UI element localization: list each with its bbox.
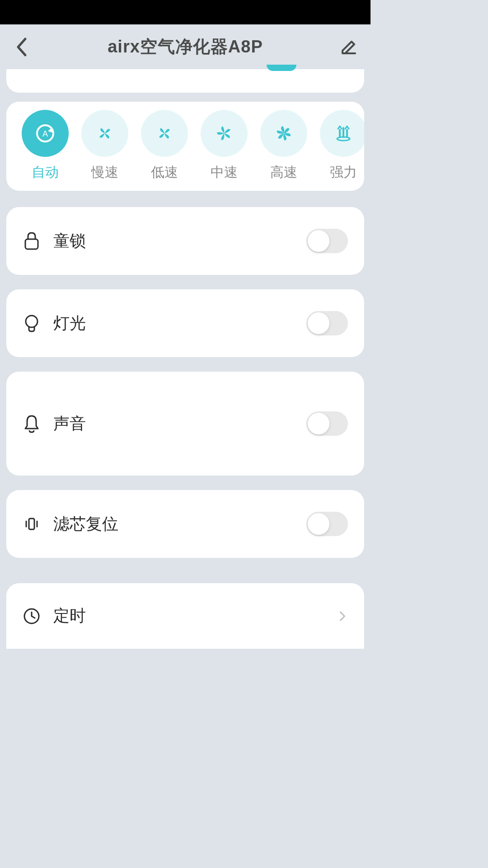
mode-label: 慢速 [91, 163, 118, 182]
filter-icon [23, 515, 41, 533]
modes-card: A 自动 慢速 低速 [6, 102, 364, 191]
light-toggle[interactable] [306, 311, 348, 335]
header: airx空气净化器A8P [0, 24, 371, 69]
toggle-knob [308, 413, 329, 434]
svg-rect-5 [29, 519, 34, 529]
edit-button[interactable] [340, 38, 358, 56]
mode-high[interactable]: 高速 [260, 110, 307, 182]
pencil-icon [341, 39, 357, 55]
setting-left: 灯光 [23, 312, 86, 335]
toggle-knob [308, 230, 329, 252]
clock-icon [23, 607, 41, 625]
mode-label: 高速 [270, 163, 297, 182]
mode-label: 强力 [330, 163, 357, 182]
sound-toggle[interactable] [306, 411, 348, 436]
svg-point-2 [337, 137, 350, 141]
chevron-right-icon [337, 611, 348, 622]
chevron-left-icon [15, 37, 28, 57]
light-setting: 灯光 [6, 289, 364, 357]
toggle-knob [308, 513, 329, 535]
filter-toggle[interactable] [306, 512, 348, 536]
setting-left: 童锁 [23, 230, 86, 252]
sound-setting: 声音 [6, 372, 364, 476]
fan-low-icon [141, 110, 188, 157]
fan-slow-icon [81, 110, 128, 157]
mode-label: 中速 [211, 163, 238, 182]
mode-mid[interactable]: 中速 [201, 110, 248, 182]
status-bar [0, 0, 371, 24]
svg-point-4 [26, 316, 38, 327]
sound-label: 声音 [53, 413, 86, 435]
content: A 自动 慢速 低速 [0, 69, 371, 649]
svg-text:A: A [42, 129, 48, 138]
filter-setting: 滤芯复位 [6, 490, 364, 558]
power-icon [320, 110, 364, 157]
bell-icon [23, 415, 41, 433]
toggle-knob [308, 312, 329, 334]
fan-high-icon [260, 110, 307, 157]
timer-label: 定时 [53, 605, 86, 627]
lock-icon [23, 232, 41, 250]
mode-slow[interactable]: 慢速 [81, 110, 128, 182]
timer-setting[interactable]: 定时 [6, 583, 364, 649]
mode-label: 自动 [32, 163, 59, 182]
mode-low[interactable]: 低速 [141, 110, 188, 182]
svg-rect-3 [25, 239, 38, 249]
filter-label: 滤芯复位 [53, 513, 118, 535]
auto-icon: A [22, 110, 69, 157]
childlock-setting: 童锁 [6, 207, 364, 275]
light-label: 灯光 [53, 312, 86, 335]
setting-left: 滤芯复位 [23, 513, 118, 535]
fan-mid-icon [201, 110, 248, 157]
mode-label: 低速 [151, 163, 178, 182]
mode-auto[interactable]: A 自动 [22, 110, 69, 182]
bulb-icon [23, 314, 41, 332]
childlock-toggle[interactable] [306, 229, 348, 253]
back-button[interactable] [13, 38, 31, 56]
childlock-label: 童锁 [53, 230, 86, 252]
page-title: airx空气净化器A8P [108, 35, 263, 58]
modes-row[interactable]: A 自动 慢速 低速 [6, 110, 364, 182]
status-card-partial [6, 69, 364, 93]
setting-left: 声音 [23, 413, 86, 435]
setting-left: 定时 [23, 605, 86, 627]
mode-power[interactable]: 强力 [320, 110, 364, 182]
